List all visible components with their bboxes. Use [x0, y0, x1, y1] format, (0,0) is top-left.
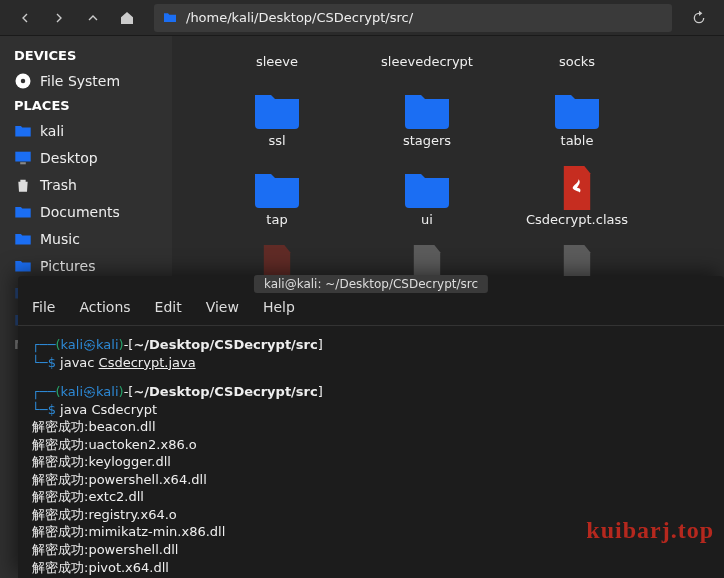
home-icon	[119, 10, 135, 26]
sidebar-item-label: Pictures	[40, 258, 95, 274]
folder-pictures-icon	[14, 257, 32, 275]
folder-item[interactable]: ui	[352, 168, 502, 227]
arrow-left-icon	[17, 10, 33, 26]
output-line: 解密成功:extc2.dll	[32, 488, 710, 506]
sidebar-item-documents[interactable]: Documents	[0, 198, 172, 225]
command-line: └─$ javac Csdecrypt.java	[32, 354, 710, 372]
output-line: 解密成功:powershell.x64.dll	[32, 471, 710, 489]
sidebar-item-label: Trash	[40, 177, 77, 193]
folder-item[interactable]: ssl	[202, 89, 352, 148]
folder-icon	[251, 89, 303, 129]
sidebar-item-label: Documents	[40, 204, 120, 220]
folder-item[interactable]: socks	[502, 46, 652, 69]
sidebar-item-label: File System	[40, 73, 120, 89]
menu-edit[interactable]: Edit	[155, 299, 182, 319]
folder-item[interactable]: sleevedecrypt	[352, 46, 502, 69]
menu-view[interactable]: View	[206, 299, 239, 319]
sidebar-item-label: Music	[40, 231, 80, 247]
java-class-icon	[559, 166, 595, 210]
folder-icon	[551, 89, 603, 129]
folder-music-icon	[14, 230, 32, 248]
terminal-title: kali@kali: ~/Desktop/CSDecrypt/src	[254, 275, 488, 293]
menu-actions[interactable]: Actions	[79, 299, 130, 319]
prompt-line: ┌──(kali㉿kali)-[~/Desktop/CSDecrypt/src]	[32, 336, 710, 354]
output-line: 解密成功:uactoken2.x86.o	[32, 436, 710, 454]
sidebar-item-label: Desktop	[40, 150, 98, 166]
home-button[interactable]	[110, 3, 144, 33]
menu-help[interactable]: Help	[263, 299, 295, 319]
folder-item[interactable]: sleeve	[202, 46, 352, 69]
folder-icon	[251, 168, 303, 208]
places-header: PLACES	[0, 94, 172, 117]
arrow-right-icon	[51, 10, 67, 26]
output-line: 解密成功:beacon.dll	[32, 418, 710, 436]
command-line: └─$ java Csdecrypt	[32, 401, 710, 419]
up-button[interactable]	[76, 3, 110, 33]
sidebar-item-kali[interactable]: kali	[0, 117, 172, 144]
output-line: 解密成功:pivot.x64.dll	[32, 559, 710, 577]
svg-rect-2	[15, 151, 30, 161]
back-button[interactable]	[8, 3, 42, 33]
folder-home-icon	[14, 122, 32, 140]
svg-rect-3	[20, 162, 26, 164]
prompt-line: ┌──(kali㉿kali)-[~/Desktop/CSDecrypt/src]	[32, 383, 710, 401]
menu-file[interactable]: File	[32, 299, 55, 319]
sidebar-item-label: kali	[40, 123, 64, 139]
folder-item[interactable]: tap	[202, 168, 352, 227]
desktop-icon	[14, 149, 32, 167]
folder-item[interactable]: table	[502, 89, 652, 148]
file-item-class[interactable]: Csdecrypt.class	[502, 168, 652, 227]
folder-icon	[401, 89, 453, 129]
path-text: /home/kali/Desktop/CSDecrypt/src/	[186, 10, 413, 25]
sidebar-item-music[interactable]: Music	[0, 225, 172, 252]
forward-button[interactable]	[42, 3, 76, 33]
output-line: 解密成功:keylogger.dll	[32, 453, 710, 471]
folder-docs-icon	[14, 203, 32, 221]
folder-icon	[401, 168, 453, 208]
devices-header: DEVICES	[0, 44, 172, 67]
trash-icon	[14, 176, 32, 194]
brand-watermark: kuibarj.top	[586, 517, 714, 544]
sidebar-item-pictures[interactable]: Pictures	[0, 252, 172, 279]
reload-button[interactable]	[682, 3, 716, 33]
arrow-up-icon	[85, 10, 101, 26]
folder-icon	[162, 10, 178, 26]
svg-point-1	[21, 78, 26, 83]
path-bar[interactable]: /home/kali/Desktop/CSDecrypt/src/	[154, 4, 672, 32]
fm-toolbar: /home/kali/Desktop/CSDecrypt/src/	[0, 0, 724, 36]
reload-icon	[691, 10, 707, 26]
sidebar-item-filesystem[interactable]: File System	[0, 67, 172, 94]
folder-item[interactable]: stagers	[352, 89, 502, 148]
sidebar-item-trash[interactable]: Trash	[0, 171, 172, 198]
disk-icon	[14, 72, 32, 90]
sidebar-item-desktop[interactable]: Desktop	[0, 144, 172, 171]
